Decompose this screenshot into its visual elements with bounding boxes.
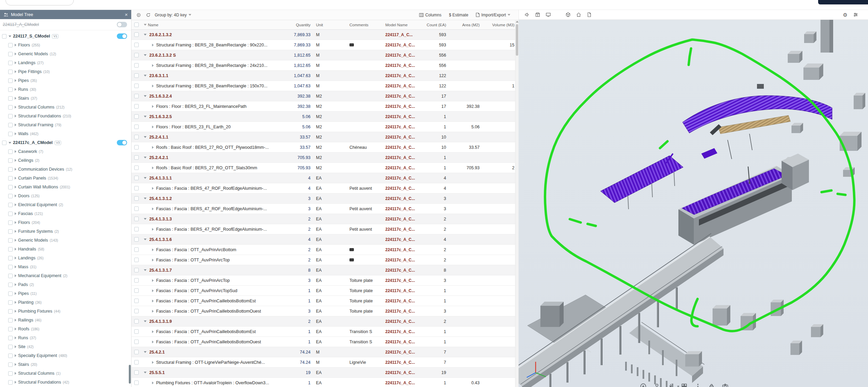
table-row[interactable]: Fascias : Fascia : OTT_AuvPrinArcTopSud1…: [132, 286, 519, 296]
column-header[interactable]: Unit: [313, 23, 347, 27]
sliders-icon[interactable]: [853, 12, 858, 17]
caret-right-icon[interactable]: [152, 146, 154, 149]
lock-icon[interactable]: [708, 383, 715, 387]
caret-right-icon[interactable]: [152, 279, 154, 282]
category-checkbox[interactable]: [8, 212, 13, 216]
comment-bubble-icon[interactable]: [349, 248, 354, 251]
caret-right-icon[interactable]: [15, 354, 16, 357]
row-checkbox[interactable]: [134, 268, 139, 272]
comment-bubble-icon[interactable]: [349, 43, 354, 46]
column-header[interactable]: Model Name: [383, 23, 416, 27]
caret-right-icon[interactable]: [152, 300, 154, 302]
category-checkbox[interactable]: [8, 87, 13, 92]
caret-right-icon[interactable]: [15, 106, 16, 109]
category-checkbox[interactable]: [8, 362, 13, 367]
sidebar-item-structural-foundations[interactable]: Structural Foundations(42): [0, 378, 131, 387]
category-checkbox[interactable]: [8, 194, 13, 198]
column-header[interactable]: Count (EA): [416, 23, 449, 27]
sidebar-item-stairs[interactable]: Stairs(37): [0, 94, 131, 103]
caret-down-icon[interactable]: [144, 239, 147, 240]
sidebar-item-fascias[interactable]: Fascias(121): [0, 209, 131, 218]
download-icon[interactable]: [667, 383, 674, 387]
estimate-button[interactable]: $ Estimate: [449, 13, 468, 17]
caret-right-icon[interactable]: [15, 97, 16, 100]
category-checkbox[interactable]: [8, 229, 13, 234]
sidebar-item-landings[interactable]: Landings(27): [0, 58, 131, 67]
category-checkbox[interactable]: [8, 176, 13, 181]
sidebar-item-runs[interactable]: Runs(37): [0, 333, 131, 342]
column-header[interactable]: Comments: [347, 23, 383, 27]
caret-right-icon[interactable]: [15, 61, 16, 64]
sidebar-item-mechanical-equipment[interactable]: Mechanical Equipment(2): [0, 271, 131, 280]
close-icon[interactable]: ×: [125, 12, 128, 17]
sidebar-item-mass[interactable]: Mass(31): [0, 262, 131, 271]
category-checkbox[interactable]: [8, 283, 13, 287]
row-checkbox[interactable]: [134, 63, 139, 68]
row-checkbox[interactable]: [134, 125, 139, 129]
category-checkbox[interactable]: [8, 274, 13, 278]
caret-right-icon[interactable]: [15, 177, 16, 180]
caret-right-icon[interactable]: [15, 79, 16, 82]
table-row[interactable]: Floors : Floor : BERS_23_FL_Earth_205.06…: [132, 122, 519, 132]
row-checkbox[interactable]: [134, 186, 139, 190]
select-all-checkbox[interactable]: [134, 23, 139, 27]
scroll-up-icon[interactable]: [516, 21, 519, 23]
caret-right-icon[interactable]: [15, 212, 16, 215]
caret-right-icon[interactable]: [15, 363, 16, 366]
sidebar-scrollbar-thumb[interactable]: [129, 365, 131, 384]
category-checkbox[interactable]: [8, 256, 13, 260]
caret-down-icon[interactable]: [144, 351, 147, 353]
model-visibility-toggle[interactable]: [117, 22, 127, 27]
caret-down-icon[interactable]: [144, 54, 147, 56]
row-checkbox[interactable]: [134, 217, 139, 221]
screen-icon[interactable]: [546, 12, 551, 17]
table-row[interactable]: Fascias : Fascia : OTT_AuvPrinCailleboti…: [132, 296, 519, 306]
row-checkbox[interactable]: [134, 43, 139, 47]
table-row[interactable]: Structural Framing : BERS_28_BeamRectang…: [132, 40, 519, 50]
sidebar-item-pads[interactable]: Pads(2): [0, 280, 131, 289]
category-checkbox[interactable]: [8, 380, 13, 385]
caret-right-icon[interactable]: [15, 195, 16, 197]
table-row[interactable]: 25.2.4.1.133.57M2224117c_A_C...10: [132, 132, 519, 142]
caret-right-icon[interactable]: [152, 105, 154, 108]
caret-right-icon[interactable]: [152, 248, 154, 251]
category-checkbox[interactable]: [8, 300, 13, 305]
model-visibility-toggle[interactable]: [117, 140, 127, 145]
caret-down-icon[interactable]: [144, 136, 147, 138]
caret-right-icon[interactable]: [15, 328, 16, 330]
grid-icon[interactable]: [681, 383, 688, 387]
caret-right-icon[interactable]: [15, 301, 16, 304]
caret-right-icon[interactable]: [152, 228, 154, 231]
category-checkbox[interactable]: [8, 371, 13, 376]
table-row[interactable]: 25.4.2.174.24M224117c_A_C...7: [132, 347, 519, 357]
caret-right-icon[interactable]: [152, 341, 154, 343]
row-checkbox[interactable]: [134, 350, 139, 354]
table-row[interactable]: Plumbing Fixtures : OTT-AvaloirTroplein …: [132, 378, 519, 387]
sidebar-item-handrails[interactable]: Handrails(58): [0, 245, 131, 254]
caret-down-icon[interactable]: [144, 34, 147, 35]
caret-right-icon[interactable]: [15, 132, 16, 135]
category-checkbox[interactable]: [8, 158, 13, 163]
table-row[interactable]: Roofs : Basic Roof : BERS_27_RO_OTT_Plyw…: [132, 142, 519, 153]
columns-button[interactable]: Columns: [419, 13, 441, 17]
caret-right-icon[interactable]: [15, 159, 16, 162]
category-checkbox[interactable]: [8, 291, 13, 296]
sidebar-item-structural-columns[interactable]: Structural Columns(212): [0, 103, 131, 112]
row-checkbox[interactable]: [134, 247, 139, 252]
table-row[interactable]: 25.4.1.3.1.14EA224117c_A_C...4: [132, 173, 519, 183]
caret-down-icon[interactable]: [144, 95, 147, 97]
caret-right-icon[interactable]: [15, 186, 16, 188]
sidebar-item-structural-framing[interactable]: Structural Framing(79): [0, 120, 131, 129]
row-checkbox[interactable]: [134, 227, 139, 231]
caret-right-icon[interactable]: [15, 221, 16, 224]
category-checkbox[interactable]: [8, 132, 13, 136]
row-checkbox[interactable]: [134, 176, 139, 180]
table-row[interactable]: Fascias : Fascia : OTT_AuvPrinCailleboti…: [132, 327, 519, 337]
caret-right-icon[interactable]: [15, 248, 16, 250]
viewport-3d-canvas[interactable]: [519, 20, 868, 387]
category-checkbox[interactable]: [8, 336, 13, 340]
plus-circle-icon[interactable]: [640, 383, 647, 387]
sidebar-item-railings[interactable]: Railings(46): [0, 316, 131, 325]
caret-right-icon[interactable]: [15, 319, 16, 321]
sidebar-item-structural-columns[interactable]: Structural Columns(1): [0, 369, 131, 378]
